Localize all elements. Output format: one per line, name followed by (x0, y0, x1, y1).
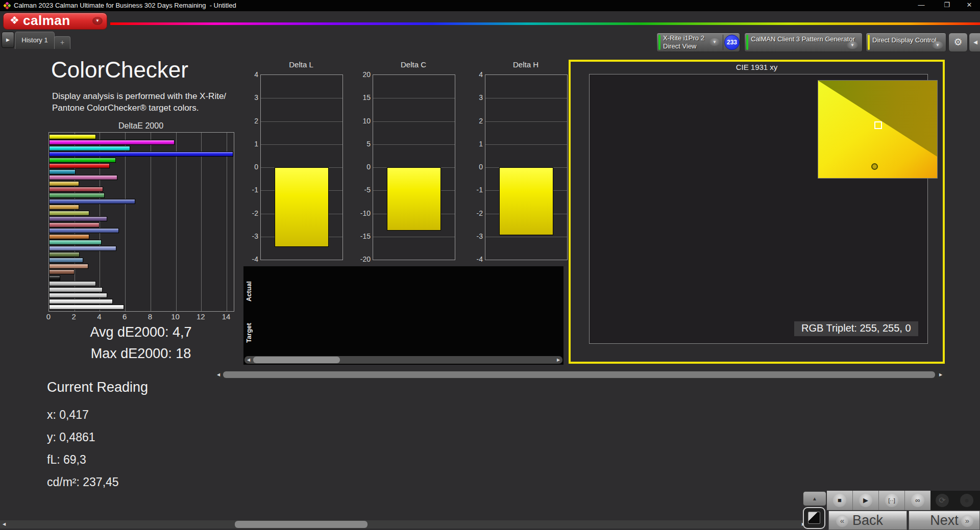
meter-status-bar (658, 35, 660, 50)
tab-scroll-button[interactable]: ▶ (2, 32, 14, 48)
gridline (373, 237, 455, 237)
chevron-down-icon[interactable]: ▼ (847, 41, 858, 49)
axis-tick-label: 3 (247, 93, 258, 102)
refresh-icon[interactable]: ⟳ (936, 494, 949, 507)
chevron-down-icon[interactable]: ▼ (709, 38, 720, 46)
gridline (373, 98, 455, 98)
gridline (373, 144, 455, 145)
axis-tick-label: 2 (472, 117, 483, 125)
scroll-right-icon[interactable]: ▶ (937, 371, 944, 378)
delta-bar (499, 167, 553, 235)
calman-app-icon (4, 2, 11, 9)
display-control-dropdown[interactable]: Direct Display Control ▼ (866, 33, 946, 52)
de2000-bar-cyan (49, 169, 76, 174)
meter-dropdown[interactable]: X-Rite i1Pro 2Direct View ▼ 233 (656, 33, 740, 52)
axis-tick-label: 1 (472, 140, 483, 148)
minimize-button[interactable]: — (914, 1, 929, 9)
transport-controls: ■ ▶ [··] ∞ (827, 491, 930, 510)
delta-bar (275, 167, 329, 247)
back-button[interactable]: « Back (828, 511, 907, 530)
stop-button[interactable]: ■ (827, 491, 853, 510)
axis-tick-label: -20 (359, 255, 371, 263)
de2000-bar-yellow-green (49, 211, 89, 216)
axis-tick-label: 14 (220, 312, 232, 321)
de2000-plot (48, 132, 234, 312)
scrollbar-thumb[interactable] (223, 371, 935, 378)
scrollbar-thumb[interactable] (253, 357, 340, 363)
de2000-bar-gray-35 (49, 281, 96, 286)
de2000-bar-light-skin (49, 264, 88, 269)
de2000-bar-orange (49, 234, 89, 239)
swatch-strip-scrollbar[interactable]: ◀ ▶ (244, 356, 562, 364)
delta-bar (387, 167, 441, 231)
de2000-bar-purplish-blue (49, 228, 119, 233)
inset-gamut-edge (818, 81, 937, 178)
play-button[interactable]: ▶ (853, 491, 879, 510)
tab-history-1[interactable]: History 1 (15, 32, 55, 49)
source-status-bar (746, 35, 748, 50)
gear-icon: ⚙ (953, 37, 962, 47)
back-chevron-icon: « (836, 515, 848, 527)
chart-title: Delta H (485, 60, 567, 69)
de2000-bar-100-cyan (49, 146, 130, 151)
axis-tick-label: 4 (93, 312, 105, 321)
cie-1931-panel: CIE 1931 xy (569, 60, 945, 364)
meter-count-badge[interactable]: 233 (724, 35, 740, 50)
scroll-left-icon[interactable]: ◀ (0, 520, 8, 528)
palette-scrollbar[interactable]: ◀ ▶ (0, 520, 808, 528)
chevron-left-icon: ◀ (973, 39, 977, 45)
target-row-label: Target (245, 313, 254, 353)
axis-tick-label: -3 (247, 232, 258, 240)
de2000-bar-foliage (49, 252, 80, 257)
chart-title: Delta L (260, 60, 342, 69)
axis-tick-label: -1 (472, 186, 483, 194)
chevron-down-icon[interactable]: ▼ (92, 17, 103, 25)
continuous-measure-button[interactable]: ∞ (905, 491, 930, 510)
scroll-right-icon[interactable]: ▶ (554, 356, 562, 364)
delta-l-chart: Delta L43210-1-2-3-4 (247, 60, 344, 264)
settings-button[interactable]: ⚙ (948, 33, 968, 52)
calman-menu-button[interactable]: ❖ calman ▼ (3, 13, 107, 30)
de2000-bar-red (49, 187, 103, 192)
axis-tick-label: -3 (472, 232, 483, 240)
delta-h-chart: Delta H43210-1-2-3-4 (472, 60, 569, 264)
gridline (261, 98, 342, 98)
restore-button[interactable]: ❐ (939, 1, 954, 9)
gridline (227, 133, 227, 311)
scrollbar-thumb[interactable] (235, 521, 368, 528)
close-button[interactable]: ✕ (962, 1, 977, 9)
single-measure-button[interactable]: [··] (879, 491, 905, 510)
scroll-left-icon[interactable]: ◀ (215, 371, 222, 378)
display-control-label: Direct Display Control (872, 36, 937, 44)
de2000-bar-100-yellow (49, 134, 96, 139)
record-icon[interactable]: ● (960, 494, 973, 507)
title-bar: Calman 2023 Calman Ultimate for Business… (0, 0, 980, 11)
de2000-bar-yellow (49, 181, 79, 186)
table-scrollbar[interactable]: ◀ ▶ (215, 371, 944, 378)
next-button[interactable]: Next » (909, 511, 980, 530)
axis-tick-label: 20 (359, 70, 371, 79)
de2000-xaxis: 02468101214 (48, 312, 242, 322)
axis-tick-label: 4 (472, 70, 483, 79)
de2000-bar-bluish-green (49, 240, 102, 245)
axis-tick-label: 0 (472, 163, 483, 171)
calman-logo-icon: ❖ (10, 14, 19, 27)
axis-tick-label: -4 (247, 255, 258, 263)
axis-tick-label: 15 (359, 93, 371, 102)
pattern-generator-dropdown[interactable]: CalMAN Client 3 Pattern Generator ▼ (744, 33, 863, 52)
reading-x: x: 0,417 (47, 408, 89, 422)
collapse-toolbar-button[interactable]: ◀ (969, 33, 980, 52)
de2000-bar-100-green (49, 158, 116, 163)
next-chevron-icon: » (961, 515, 973, 527)
chevron-down-icon[interactable]: ▼ (932, 41, 943, 49)
pattern-window-button[interactable] (803, 507, 825, 529)
chart-title: Delta C (373, 60, 454, 69)
gridline (201, 133, 202, 311)
de2000-chart-title: DeltaE 2000 (48, 121, 233, 131)
add-tab-button[interactable]: + (54, 36, 70, 49)
gridline (485, 121, 567, 122)
scroll-left-icon[interactable]: ◀ (244, 356, 253, 364)
palette-collapse-button[interactable]: ▲ (803, 491, 826, 506)
divider (723, 35, 723, 50)
de2000-bar-magenta (49, 175, 117, 180)
